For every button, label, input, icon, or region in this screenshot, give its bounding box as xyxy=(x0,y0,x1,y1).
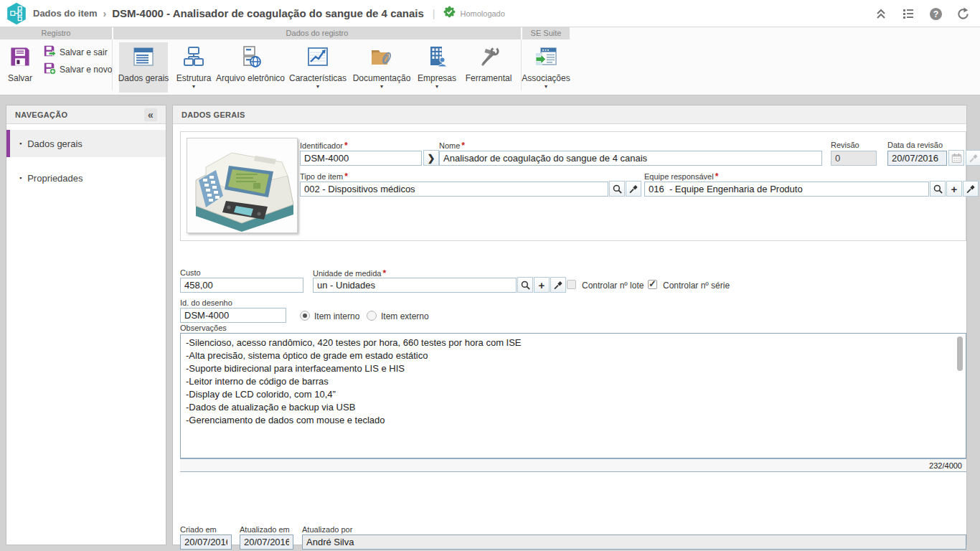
list-menu-icon[interactable] xyxy=(901,6,915,21)
sidebar-item-label: Dados gerais xyxy=(27,138,83,149)
save-and-new-label: Salvar e novo xyxy=(60,65,112,75)
item-interno-radio[interactable] xyxy=(300,311,310,321)
identificador-action-button[interactable]: ❯ xyxy=(423,150,439,166)
item-externo-label: Item externo xyxy=(381,311,429,321)
tipo-item-search-icon[interactable] xyxy=(609,181,625,197)
nome-label: Nome* xyxy=(439,141,465,151)
title-separator: | xyxy=(433,8,435,19)
navigation-panel: NAVEGAÇÃO « ▪ Dados gerais ▪ Propriedade… xyxy=(6,105,166,545)
main-panel: DADOS GERAIS xyxy=(172,105,967,545)
atualizado-em-input xyxy=(240,534,293,550)
criado-em-input xyxy=(180,534,232,550)
dropdown-caret-icon: ▾ xyxy=(380,85,383,89)
tab-ferramental[interactable]: Ferramental xyxy=(463,42,514,93)
tab-empresas-label: Empresas xyxy=(418,73,456,83)
bullet-icon: ▪ xyxy=(19,174,22,182)
status-badge-label: Homologado xyxy=(460,9,504,18)
unidade-clear-brush-icon[interactable] xyxy=(550,277,566,293)
unidade-add-icon[interactable]: + xyxy=(534,277,550,293)
toolbar-group-dados-do-registro: Dados do registro xyxy=(113,27,521,39)
breadcrumb-chevron-icon: › xyxy=(103,8,107,19)
tipo-item-input[interactable] xyxy=(300,182,608,197)
dropdown-caret-icon: ▾ xyxy=(435,85,438,89)
sidebar-item-label: Propriedades xyxy=(27,173,83,184)
controlar-lote-label: Controlar nº lote xyxy=(582,281,644,291)
custo-input[interactable] xyxy=(180,278,303,293)
identificador-input[interactable] xyxy=(300,151,422,166)
controlar-serie-label: Controlar nº série xyxy=(663,281,730,291)
tab-estrutura[interactable]: Estrutura ▾ xyxy=(174,42,214,93)
scrollbar-thumb[interactable] xyxy=(957,336,963,371)
atualizado-por-label: Atualizado por xyxy=(302,525,352,534)
item-app-icon xyxy=(6,2,27,25)
status-badge-icon xyxy=(443,6,456,21)
tipo-item-clear-brush-icon[interactable] xyxy=(626,181,641,197)
sidebar-item-propriedades[interactable]: ▪ Propriedades xyxy=(6,164,166,192)
save-and-exit-label: Salvar e sair xyxy=(60,47,108,57)
criado-em-label: Criado em xyxy=(180,525,217,534)
navigation-title: NAVEGAÇÃO xyxy=(15,110,67,119)
dropdown-caret-icon: ▾ xyxy=(316,85,319,89)
collapse-nav-icon[interactable]: « xyxy=(144,108,157,121)
required-icon: * xyxy=(715,171,719,182)
chart-icon xyxy=(306,45,329,71)
help-icon[interactable]: ? xyxy=(928,6,943,21)
content-area: NAVEGAÇÃO « ▪ Dados gerais ▪ Propriedade… xyxy=(0,95,980,551)
building-person-icon xyxy=(425,45,448,71)
toolbar-group-registro: Registro xyxy=(0,27,112,39)
dropdown-caret-icon: ▾ xyxy=(192,85,195,89)
required-icon: * xyxy=(344,141,348,151)
org-chart-icon xyxy=(182,45,205,71)
id-desenho-label: Id. do desenho xyxy=(180,298,232,307)
unidade-input[interactable] xyxy=(313,278,517,293)
tab-dados-gerais[interactable]: Dados gerais xyxy=(119,42,168,93)
file-globe-icon xyxy=(239,45,262,71)
unidade-label: Unidade de medida* xyxy=(313,268,386,278)
unidade-search-icon[interactable] xyxy=(517,277,533,293)
tab-arquivo-eletronico-label: Arquivo eletrônico xyxy=(216,73,285,83)
nome-input[interactable] xyxy=(439,151,822,166)
equipe-add-icon[interactable]: + xyxy=(946,181,962,197)
controlar-lote-checkbox[interactable] xyxy=(567,280,576,289)
section-title: DADOS GERAIS xyxy=(182,110,245,119)
equipe-input[interactable] xyxy=(644,182,929,197)
save-exit-icon xyxy=(43,44,56,60)
save-button[interactable]: Salvar xyxy=(3,42,37,93)
tipo-item-label: Tipo de item* xyxy=(300,171,348,182)
observacoes-scrollbar[interactable] xyxy=(956,336,963,456)
id-desenho-input[interactable] xyxy=(180,308,286,323)
controlar-serie-checkbox[interactable] xyxy=(648,280,657,289)
breadcrumb[interactable]: Dados do item xyxy=(33,8,98,19)
refresh-icon[interactable] xyxy=(956,6,970,21)
top-header: Dados do item › DSM-4000 - Analisador de… xyxy=(0,0,980,27)
tools-icon xyxy=(477,45,500,71)
tab-caracteristicas-label: Características xyxy=(289,73,347,83)
observacoes-textarea[interactable] xyxy=(180,333,966,458)
required-icon: * xyxy=(344,171,348,182)
general-data-box: Identificador* ❯ Nome* Revisão Data da r… xyxy=(180,131,966,241)
revisao-input xyxy=(831,151,877,166)
collapse-toolbar-icon[interactable] xyxy=(874,6,888,21)
item-interno-label: Item interno xyxy=(314,311,359,321)
tab-estrutura-label: Estrutura xyxy=(176,73,212,83)
dropdown-caret-icon: ▾ xyxy=(545,85,547,89)
data-revisao-input[interactable] xyxy=(887,151,947,166)
save-and-exit-button[interactable]: Salvar e sair xyxy=(43,44,108,60)
tab-arquivo-eletronico[interactable]: Arquivo eletrônico xyxy=(219,42,282,93)
tab-documentacao[interactable]: Documentação ▾ xyxy=(353,42,410,93)
custo-label: Custo xyxy=(180,268,201,277)
tab-empresas[interactable]: Empresas ▾ xyxy=(416,42,458,93)
folder-clip-icon xyxy=(370,45,393,71)
tab-caracteristicas[interactable]: Características ▾ xyxy=(288,42,347,93)
sidebar-item-dados-gerais[interactable]: ▪ Dados gerais xyxy=(6,130,166,157)
char-counter: 232/4000 xyxy=(180,458,966,472)
tab-associacoes[interactable]: Associações ▾ xyxy=(522,42,570,93)
save-and-new-button[interactable]: Salvar e novo xyxy=(43,62,112,77)
equipe-clear-brush-icon[interactable] xyxy=(963,181,979,197)
toolbar-group-se-suite: SE Suite xyxy=(522,27,570,39)
equipe-search-icon[interactable] xyxy=(930,181,946,197)
save-new-icon xyxy=(43,62,56,77)
clear-date-brush-icon xyxy=(966,150,980,166)
tab-dados-gerais-label: Dados gerais xyxy=(118,73,169,83)
item-externo-radio[interactable] xyxy=(367,311,377,321)
